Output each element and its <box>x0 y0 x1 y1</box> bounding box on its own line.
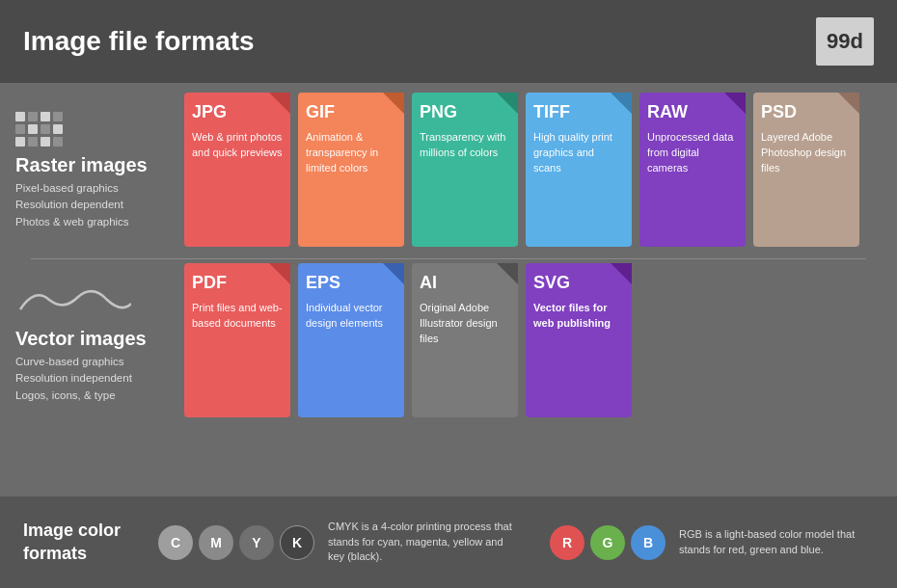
color-formats-title: Image colorformats <box>23 520 158 565</box>
png-card: PNG Transparency with millions of colors <box>412 93 518 247</box>
png-label: PNG <box>420 102 510 122</box>
vector-desc: Curve-based graphicsResolution independe… <box>15 354 184 404</box>
jpg-desc: Web & print photos and quick previews <box>192 130 283 161</box>
psd-label: PSD <box>761 102 852 122</box>
y-circle: Y <box>239 525 274 560</box>
m-circle: M <box>199 525 233 560</box>
jpg-label: JPG <box>192 102 283 122</box>
b-circle: B <box>631 525 666 560</box>
header: Image file formats 99d <box>0 0 897 83</box>
rgb-group: R G B <box>550 525 666 560</box>
color-formats-section: Image colorformats C M Y K CMYK is a 4-c… <box>0 496 897 588</box>
main-content: Raster images Pixel-based graphicsResolu… <box>0 83 897 425</box>
raster-icon <box>15 112 184 147</box>
tiff-card: TIFF High quality print graphics and sca… <box>526 93 632 247</box>
ai-desc: Original Adobe Illustrator design files <box>420 301 510 347</box>
eps-label: EPS <box>306 273 396 293</box>
svg-label: SVG <box>533 273 624 293</box>
vector-label: Vector images Curve-based graphicsResolu… <box>15 263 184 404</box>
raster-cards: JPG Web & print photos and quick preview… <box>184 93 882 247</box>
r-circle: R <box>550 525 584 560</box>
psd-card: PSD Layered Adobe Photoshop design files <box>753 93 859 247</box>
raster-desc: Pixel-based graphicsResolution dependent… <box>15 180 184 230</box>
pdf-label: PDF <box>192 273 283 293</box>
raster-label: Raster images Pixel-based graphicsResolu… <box>15 93 184 230</box>
vector-icon <box>15 282 184 320</box>
png-desc: Transparency with millions of colors <box>420 130 510 161</box>
vector-title: Vector images <box>15 328 184 350</box>
gif-label: GIF <box>306 102 396 122</box>
cmyk-group: C M Y K <box>158 525 314 560</box>
c-circle: C <box>158 525 193 560</box>
ai-card: AI Original Adobe Illustrator design fil… <box>412 263 518 417</box>
pdf-desc: Print files and web-based documents <box>192 301 283 332</box>
tiff-label: TIFF <box>533 102 624 122</box>
raw-label: RAW <box>647 102 738 122</box>
gif-desc: Animation & transparency in limited colo… <box>306 130 396 176</box>
raster-title: Raster images <box>15 154 184 176</box>
raster-section: Raster images Pixel-based graphicsResolu… <box>15 93 882 247</box>
gif-card: GIF Animation & transparency in limited … <box>298 93 404 247</box>
ai-label: AI <box>420 273 510 293</box>
svg-desc: Vector files for web publishing <box>533 301 624 332</box>
pdf-card: PDF Print files and web-based documents <box>184 263 290 417</box>
rgb-desc: RGB is a light-based color model that st… <box>679 527 872 558</box>
vector-cards: PDF Print files and web-based documents … <box>184 263 882 417</box>
section-divider <box>31 258 866 259</box>
k-circle: K <box>280 525 314 560</box>
g-circle: G <box>590 525 625 560</box>
vector-section: Vector images Curve-based graphicsResolu… <box>15 263 882 417</box>
cmyk-desc: CMYK is a 4-color printing process that … <box>328 520 521 566</box>
jpg-card: JPG Web & print photos and quick preview… <box>184 93 290 247</box>
raw-desc: Unprocessed data from digital cameras <box>647 130 738 176</box>
logo: 99d <box>816 17 874 66</box>
eps-card: EPS Individual vector design elements <box>298 263 404 417</box>
svg-card: SVG Vector files for web publishing <box>526 263 632 417</box>
raw-card: RAW Unprocessed data from digital camera… <box>639 93 746 247</box>
eps-desc: Individual vector design elements <box>306 301 396 332</box>
page-title: Image file formats <box>23 26 255 57</box>
tiff-desc: High quality print graphics and scans <box>533 130 624 176</box>
psd-desc: Layered Adobe Photoshop design files <box>761 130 852 176</box>
